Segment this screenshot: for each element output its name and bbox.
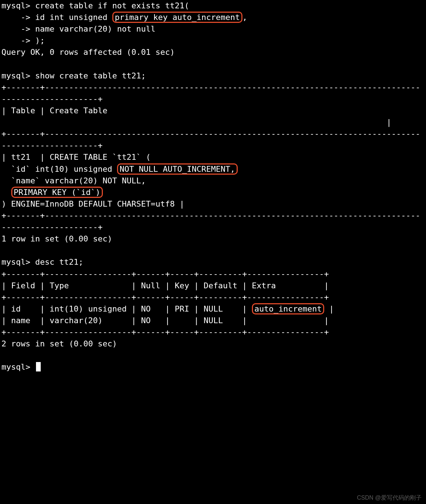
line: ) ENGINE=InnoDB DEFAULT CHARSET=utf8 | xyxy=(1,199,184,208)
line: | name | varchar(20) | NO | | NULL | | xyxy=(1,316,329,325)
highlight-primary-key-id: PRIMARY KEY (`id`) xyxy=(11,187,103,198)
line: mysql> show create table tt21; xyxy=(1,71,146,80)
line: +-------+------------------+------+-----… xyxy=(1,293,329,302)
line: +-------+------------------+------+-----… xyxy=(1,328,329,337)
line: | tt21 | CREATE TABLE `tt21` ( xyxy=(1,153,151,162)
line: | xyxy=(1,118,391,127)
prompt[interactable]: mysql> xyxy=(1,362,35,371)
line: 1 row in set (0.00 sec) xyxy=(1,234,112,243)
cursor-icon xyxy=(36,362,41,371)
highlight-auto-increment-extra: auto_increment xyxy=(252,303,324,314)
line: +-------+-------------------------------… xyxy=(1,129,420,150)
line: +-------+------------------+------+-----… xyxy=(1,269,329,279)
line: `name` varchar(20) NOT NULL, xyxy=(1,176,146,185)
line: +-------+-------------------------------… xyxy=(1,211,420,232)
line: -> ); xyxy=(1,36,45,45)
line: 2 rows in set (0.00 sec) xyxy=(1,339,117,348)
terminal-output: mysql> create table if not exists tt21( … xyxy=(0,0,426,373)
line: , xyxy=(242,13,247,22)
line: | Table | Create Table xyxy=(1,106,426,115)
line: mysql> desc tt21; xyxy=(1,257,83,267)
line: | id | int(10) unsigned | NO | PRI | NUL… xyxy=(1,304,252,313)
watermark: CSDN @爱写代码的刚子 xyxy=(357,493,422,502)
line xyxy=(1,188,11,197)
line: mysql> create table if not exists tt21( xyxy=(1,1,189,10)
line: | xyxy=(324,304,334,313)
line: -> id int unsigned xyxy=(1,13,112,22)
highlight-not-null-auto-increment: NOT NULL AUTO_INCREMENT, xyxy=(117,163,238,175)
line: `id` int(10) unsigned xyxy=(1,164,117,174)
line: -> name varchar(20) not null xyxy=(1,24,156,33)
line: +-------+-------------------------------… xyxy=(1,83,420,103)
line: | Field | Type | Null | Key | Default | … xyxy=(1,281,329,290)
line: Query OK, 0 rows affected (0.01 sec) xyxy=(1,48,175,57)
highlight-primary-key-auto-increment: primary key auto_increment xyxy=(112,12,242,23)
